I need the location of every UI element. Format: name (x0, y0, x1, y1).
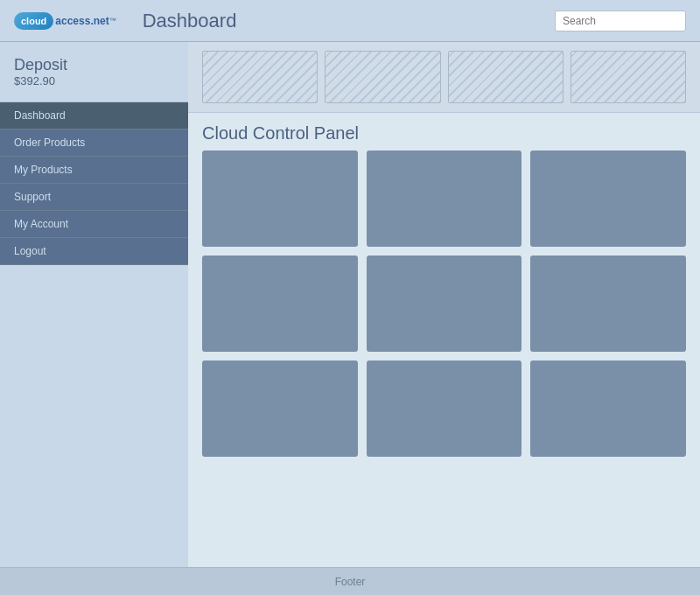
grid-cell[interactable] (367, 256, 522, 352)
grid (188, 150, 700, 471)
banner-tile (570, 51, 686, 103)
logo: cloud access.net ™ (14, 12, 116, 30)
logo-cloud-text: cloud (14, 12, 53, 30)
header: cloud access.net ™ Dashboard (0, 0, 700, 42)
banner-tile (448, 51, 564, 103)
search-input[interactable] (555, 10, 686, 32)
sidebar-item-support[interactable]: Support (0, 184, 188, 211)
grid-cell[interactable] (202, 256, 358, 352)
deposit-label: Deposit (14, 56, 174, 74)
grid-cell[interactable] (202, 360, 358, 457)
sidebar-item-my-account[interactable]: My Account (0, 211, 188, 238)
grid-cell[interactable] (202, 150, 358, 247)
panel-title: Cloud Control Panel (188, 113, 700, 150)
logo-access-text: access.net (55, 15, 108, 27)
grid-cell[interactable] (530, 150, 686, 247)
footer: Footer (0, 567, 700, 595)
nav-menu: Dashboard Order Products My Products Sup… (0, 102, 188, 567)
logo-tm: ™ (109, 17, 116, 24)
page-title: Dashboard (143, 10, 555, 32)
sidebar-item-logout[interactable]: Logout (0, 238, 188, 265)
sidebar: Deposit $392.90 Dashboard Order Products… (0, 42, 188, 567)
deposit-section: Deposit $392.90 (0, 42, 188, 102)
sidebar-item-order-products[interactable]: Order Products (0, 130, 188, 157)
grid-cell[interactable] (367, 360, 522, 457)
footer-text: Footer (335, 576, 366, 588)
grid-cell[interactable] (530, 256, 686, 352)
grid-cell[interactable] (530, 360, 686, 457)
banner-tile (325, 51, 440, 103)
sidebar-item-my-products[interactable]: My Products (0, 157, 188, 184)
main-layout: Deposit $392.90 Dashboard Order Products… (0, 42, 700, 567)
banner (188, 42, 700, 113)
grid-cell[interactable] (367, 150, 522, 247)
content-area: Cloud Control Panel (188, 42, 700, 567)
sidebar-item-dashboard[interactable]: Dashboard (0, 102, 188, 130)
banner-tile (202, 51, 318, 103)
deposit-amount: $392.90 (14, 74, 174, 88)
